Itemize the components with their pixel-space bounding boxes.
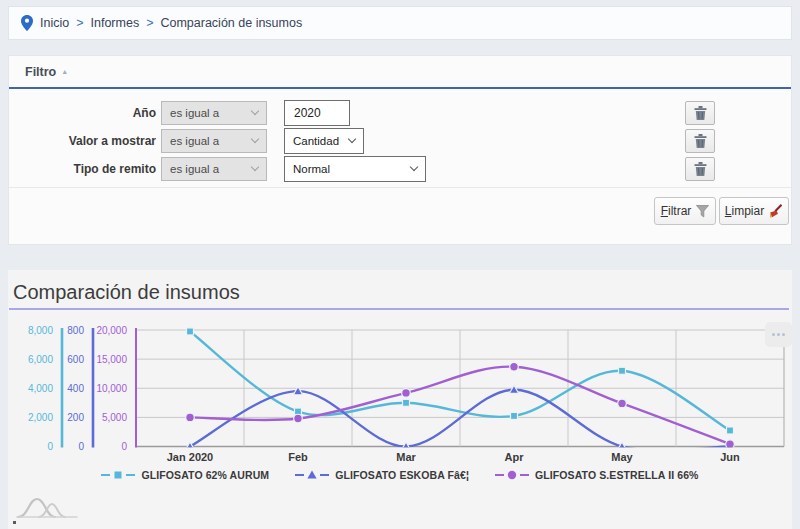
svg-text:200: 200 — [67, 412, 84, 423]
delete-filter-ano-button[interactable] — [685, 101, 715, 125]
filter-row-remito: Tipo de remito es igual a Normal — [9, 156, 793, 182]
filter-row-ano: Año es igual a — [9, 100, 793, 126]
ano-value-input[interactable] — [284, 100, 350, 126]
ellipsis-icon — [772, 333, 775, 336]
legend-label: GLIFOSATO ESKOBA Fâ€¦ — [335, 469, 469, 481]
filter-title: Filtro — [25, 65, 56, 79]
filter-label-valor: Valor a mostrar — [9, 128, 156, 154]
filter-row-valor: Valor a mostrar es igual a Cantidad — [9, 128, 793, 154]
operator-select-valor: es igual a — [161, 129, 267, 153]
trash-icon — [694, 106, 707, 120]
svg-text:May: May — [611, 451, 633, 463]
trash-icon — [694, 134, 707, 148]
waves-watermark-icon — [15, 491, 81, 523]
svg-text:800: 800 — [67, 325, 84, 336]
svg-text:Apr: Apr — [505, 451, 525, 463]
dot-artifact — [13, 521, 16, 524]
valor-selected-option: Cantidad — [293, 135, 339, 147]
svg-text:Mar: Mar — [396, 451, 416, 463]
svg-text:6,000: 6,000 — [28, 354, 53, 365]
filter-panel: Filtro▲ Año es igual a Valor a mostrar e… — [8, 55, 792, 245]
remito-selected-option: Normal — [293, 163, 330, 175]
svg-text:0: 0 — [47, 441, 53, 452]
chart-legend: GLIFOSATO 62% AURUM GLIFOSATO ESKOBA Fâ€… — [8, 469, 792, 481]
operator-value: es igual a — [170, 163, 219, 175]
filtrar-label: Filtrar — [661, 204, 692, 218]
trash-icon — [694, 162, 707, 176]
operator-value: es igual a — [170, 107, 219, 119]
filter-label-remito: Tipo de remito — [9, 156, 156, 182]
svg-text:10,000: 10,000 — [96, 383, 127, 394]
legend-label: GLIFOSATO 62% AURUM — [141, 469, 269, 481]
limpiar-button[interactable]: Limpiar — [719, 197, 789, 225]
svg-text:Jun: Jun — [720, 451, 740, 463]
valor-select[interactable]: Cantidad — [284, 128, 364, 154]
legend-item[interactable]: GLIFOSATO ESKOBA Fâ€¦ — [295, 469, 469, 481]
breadcrumb: Inicio > Informes > Comparación de insum… — [8, 6, 792, 40]
chevron-down-icon — [410, 163, 418, 171]
chart-menu-button[interactable] — [765, 322, 792, 347]
broom-icon — [769, 204, 783, 218]
legend-item[interactable]: GLIFOSATO 62% AURUM — [101, 469, 269, 481]
operator-select-remito: es igual a — [161, 157, 267, 181]
filter-label-ano: Año — [9, 100, 156, 126]
legend-triangle-marker-icon — [295, 470, 329, 480]
breadcrumb-item-informes[interactable]: Informes — [91, 16, 140, 30]
legend-item[interactable]: GLIFOSATO S.ESTRELLA II 66% — [495, 469, 699, 481]
legend-label: GLIFOSATO S.ESTRELLA II 66% — [535, 469, 699, 481]
legend-square-marker-icon — [101, 470, 135, 480]
operator-select-ano: es igual a — [161, 101, 267, 125]
accent-line — [9, 87, 791, 89]
chart-panel: Comparación de insumos 02,0004,0006,0008… — [8, 270, 792, 529]
chevron-down-icon — [251, 163, 259, 171]
svg-text:8,000: 8,000 — [28, 325, 53, 336]
operator-value: es igual a — [170, 135, 219, 147]
chevron-down-icon — [251, 135, 259, 143]
chevron-down-icon — [251, 107, 259, 115]
filter-panel-header[interactable]: Filtro▲ — [25, 65, 68, 79]
breadcrumb-separator: > — [146, 16, 153, 30]
svg-text:2,000: 2,000 — [28, 412, 53, 423]
delete-filter-remito-button[interactable] — [685, 157, 715, 181]
filtrar-button[interactable]: Filtrar — [654, 197, 716, 225]
location-pin-icon — [21, 15, 33, 31]
svg-text:0: 0 — [121, 441, 127, 452]
limpiar-label: Limpiar — [725, 204, 764, 218]
remito-select[interactable]: Normal — [284, 156, 426, 182]
title-underline — [9, 308, 789, 310]
funnel-icon — [696, 205, 709, 218]
svg-text:20,000: 20,000 — [96, 325, 127, 336]
svg-text:Feb: Feb — [288, 451, 308, 463]
svg-text:0: 0 — [78, 441, 84, 452]
collapse-triangle-icon: ▲ — [61, 68, 68, 75]
svg-text:15,000: 15,000 — [96, 354, 127, 365]
delete-filter-valor-button[interactable] — [685, 129, 715, 153]
chart-title: Comparación de insumos — [13, 281, 240, 304]
ellipsis-icon — [782, 333, 785, 336]
svg-text:600: 600 — [67, 354, 84, 365]
legend-circle-marker-icon — [495, 470, 529, 480]
svg-text:4,000: 4,000 — [28, 383, 53, 394]
breadcrumb-item-inicio[interactable]: Inicio — [40, 16, 69, 30]
svg-text:Jan 2020: Jan 2020 — [167, 451, 213, 463]
divider — [9, 187, 791, 188]
chevron-down-icon — [348, 135, 356, 143]
ellipsis-icon — [777, 333, 780, 336]
line-chart: 02,0004,0006,0008,000020040060080005,000… — [8, 312, 792, 470]
svg-text:5,000: 5,000 — [102, 412, 127, 423]
breadcrumb-separator: > — [76, 16, 83, 30]
svg-text:400: 400 — [67, 383, 84, 394]
breadcrumb-item-current: Comparación de insumos — [160, 16, 302, 30]
